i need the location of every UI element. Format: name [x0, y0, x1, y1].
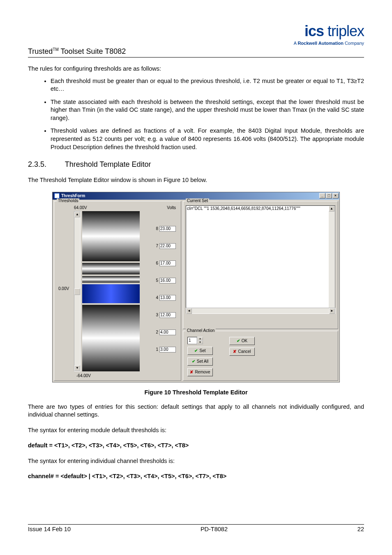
scroll-up-button[interactable]: ▲	[329, 206, 334, 212]
scroll-left-button[interactable]: ◄	[186, 308, 192, 314]
currentset-content: cli="DCL ""1 1536,2048,6144,6656,8192,87…	[187, 206, 300, 211]
threshform-window: ThreshForm _ □ × 64.00V Volts 0.00V -64.…	[52, 192, 340, 382]
check-icon: ✔	[194, 348, 198, 353]
cross-icon: ✘	[233, 349, 236, 354]
scroll-up-button[interactable]: ▲	[74, 212, 80, 217]
threshold-6-input[interactable]	[159, 260, 176, 266]
threshold-5-input[interactable]	[159, 278, 176, 283]
rules-list: Each threshold must be greater than or e…	[28, 77, 364, 152]
threshold-inputs: 8 7 6 5 4 3 2 1	[156, 226, 176, 364]
check-icon: ✔	[237, 339, 240, 343]
threshold-8-input[interactable]	[159, 226, 176, 232]
page-footer: Issue 14 Feb 10 PD-T8082 22	[28, 524, 364, 532]
threshold-scrollbar[interactable]: ▲ ▼	[74, 211, 81, 371]
threshold-3-input[interactable]	[159, 312, 176, 318]
figure-caption: Figure 10 Threshold Template Editor	[28, 389, 364, 396]
ok-button[interactable]: ✔OK	[229, 337, 255, 345]
threshold-4-input[interactable]	[159, 295, 176, 301]
header-tm: TM	[53, 47, 58, 52]
threshold-2-input[interactable]	[159, 329, 176, 335]
threshold-row: 4	[156, 295, 176, 301]
rule-item: Threshold values are defined as fraction…	[51, 127, 364, 151]
logo-bold: ics	[304, 23, 324, 39]
section-title: Threshold Template Editor	[65, 160, 151, 168]
footer-center: PD-T8082	[201, 526, 228, 532]
figure-container: ThreshForm _ □ × 64.00V Volts 0.00V -64.…	[52, 192, 340, 382]
channel-input[interactable]	[187, 337, 197, 344]
close-button[interactable]: ×	[332, 193, 339, 198]
threshold-7-input[interactable]	[159, 243, 176, 249]
footer-right: 22	[357, 526, 364, 532]
window-title: ThreshForm	[61, 193, 85, 198]
maximize-button[interactable]: □	[326, 193, 332, 198]
currentset-hscroll[interactable]: ◄ ►	[186, 308, 335, 314]
threshold-row: 8	[156, 226, 176, 232]
brand-logo: ics triplex A Rockwell Automation Compan…	[294, 23, 364, 46]
logo-light: triplex	[324, 23, 364, 39]
remove-button[interactable]: ✘Remove	[187, 368, 213, 376]
header-prefix: Trusted	[28, 47, 53, 55]
syntax-default: default = <T1>, <T2>, <T3>, <T4>, <T5>, …	[28, 442, 364, 450]
currentset-group: cli="DCL ""1 1536,2048,6144,6656,8192,87…	[183, 201, 338, 329]
currentset-vscroll[interactable]: ▲	[329, 206, 335, 308]
currentset-textarea[interactable]: cli="DCL ""1 1536,2048,6144,6656,8192,87…	[186, 205, 335, 308]
zero-voltage-label: 0.00V	[58, 286, 69, 291]
footer-left: Issue 14 Feb 10	[28, 526, 71, 532]
section-heading: 2.3.5. Threshold Template Editor	[28, 160, 364, 169]
minimize-button[interactable]: _	[319, 193, 325, 198]
check-icon: ✔	[192, 359, 195, 364]
threshold-row: 2	[156, 329, 176, 335]
min-voltage-label: -64.00V	[76, 373, 91, 378]
threshold-row: 3	[156, 312, 176, 318]
section-body: The Threshold Template Editor window is …	[28, 176, 364, 184]
section-number: 2.3.5.	[28, 160, 63, 169]
cancel-button[interactable]: ✘Cancel	[229, 348, 255, 356]
channelaction-group: ▲▼ ✔Set ✔Set All ✘Remove ✔OK ✘Cancel	[183, 331, 338, 381]
threshold-row: 1	[156, 347, 176, 352]
channel-spinner[interactable]: ▲▼	[187, 337, 213, 344]
para-after-2: The syntax for entering module default t…	[28, 426, 364, 435]
rule-item: The state associated with each threshold…	[51, 98, 364, 122]
spin-up[interactable]: ▲	[197, 337, 203, 341]
header-suffix: Toolset Suite T8082	[59, 47, 126, 55]
para-after-4: The syntax for entering individual chann…	[28, 457, 364, 465]
threshold-row: 7	[156, 243, 176, 249]
thresholds-group: 64.00V Volts 0.00V -64.00V ▲ ▼	[54, 201, 181, 381]
threshold-row: 6	[156, 260, 176, 266]
syntax-channel: channel# = <default> | <T1>, <T2>, <T3>,…	[28, 472, 364, 481]
spin-down[interactable]: ▼	[197, 341, 203, 344]
window-icon	[54, 193, 60, 198]
setall-button[interactable]: ✔Set All	[187, 357, 213, 366]
scroll-right-button[interactable]: ►	[329, 308, 335, 314]
max-voltage-label: 64.00V	[74, 205, 87, 210]
scroll-thumb[interactable]	[74, 288, 80, 295]
cross-icon: ✘	[190, 370, 193, 374]
rule-item: Each threshold must be greater than or e…	[51, 77, 364, 93]
threshold-1-input[interactable]	[159, 347, 176, 352]
para-after-1: There are two types of entries for this …	[28, 403, 364, 419]
intro-text: The rules for configuring thresholds are…	[28, 65, 364, 73]
scroll-down-button[interactable]: ▼	[74, 365, 80, 371]
set-button[interactable]: ✔Set	[187, 347, 213, 355]
threshold-row: 5	[156, 278, 176, 283]
threshold-chart	[82, 211, 140, 371]
volts-label: Volts	[167, 205, 176, 210]
page-header: TrustedTM Toolset Suite T8082	[28, 47, 364, 58]
